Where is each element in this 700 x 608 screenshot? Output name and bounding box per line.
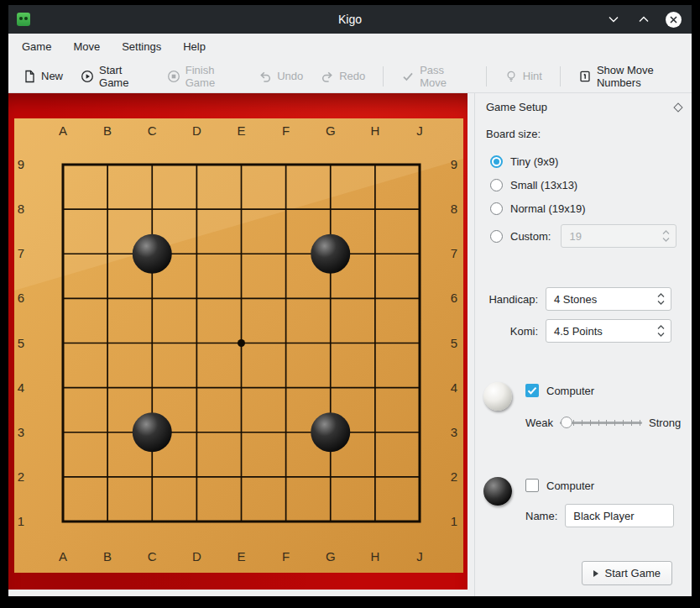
- komi-value: 4.5 Points: [554, 325, 603, 338]
- board-row-label: 7: [451, 246, 457, 260]
- finish-game-icon: [167, 70, 180, 83]
- game-setup-panel: Game Setup Board size: Tiny (9x9)Small (…: [474, 93, 692, 596]
- black-name-row: Name: Black Player: [525, 504, 674, 527]
- board-col-label: J: [416, 549, 423, 563]
- komi-combobox[interactable]: 4.5 Points: [546, 319, 671, 343]
- maximize-icon[interactable]: [635, 11, 652, 28]
- board-col-label: F: [282, 549, 290, 563]
- board-col-label: G: [326, 549, 336, 563]
- radio-unselected-icon[interactable]: [490, 179, 503, 191]
- start-row: Start Game: [475, 561, 692, 596]
- board-row-label: 6: [18, 291, 24, 305]
- black-stone-icon: [483, 477, 512, 506]
- board-area: AABBCCDDEEFFGGHHJJ998877665544332211: [8, 93, 468, 590]
- radio-label: Normal (19x19): [510, 202, 586, 215]
- panel-header: Game Setup: [475, 93, 692, 113]
- float-panel-icon[interactable]: [673, 102, 682, 112]
- go-board[interactable]: AABBCCDDEEFFGGHHJJ998877665544332211: [14, 118, 463, 573]
- show-move-numbers-button[interactable]: Show Move Numbers: [578, 64, 692, 89]
- slider-handle[interactable]: [561, 417, 572, 428]
- radio-unselected-icon[interactable]: [490, 202, 503, 215]
- show-move-numbers-icon: [578, 70, 592, 83]
- white-computer-checkbox[interactable]: [525, 384, 539, 397]
- board-row-label: 1: [18, 514, 24, 528]
- board-row-label: 6: [451, 291, 457, 305]
- toolbar-separator: [383, 66, 384, 86]
- toolbar-label: Redo: [339, 70, 365, 82]
- toolbar-label: Finish Game: [185, 64, 241, 89]
- board-row-label: 3: [451, 425, 457, 439]
- black-computer-checkbox[interactable]: [525, 479, 539, 492]
- finish-game-button[interactable]: Finish Game: [167, 64, 241, 89]
- undo-icon: [259, 70, 272, 83]
- white-computer-row: Computer: [525, 383, 681, 398]
- menu-item-move[interactable]: Move: [73, 40, 100, 53]
- black-computer-label: Computer: [546, 480, 594, 492]
- spinner-arrows-icon: [657, 325, 665, 337]
- stone-black-C3: [133, 412, 172, 452]
- board-size-option-2[interactable]: Normal (19x19): [490, 197, 692, 220]
- stone-black-C7: [133, 234, 172, 274]
- start-game-button[interactable]: Start Game: [582, 561, 672, 585]
- titlebar: Kigo: [8, 5, 692, 34]
- black-player-block: Computer Name: Black Player: [483, 477, 692, 527]
- board-col-label: D: [192, 123, 201, 138]
- board-col-label: B: [103, 549, 112, 563]
- radio-label: Custom:: [510, 230, 551, 243]
- board-row-label: 1: [451, 514, 457, 528]
- menu-bar: GameMoveSettingsHelp: [8, 34, 692, 60]
- komi-row: Komi: 4.5 Points: [475, 319, 671, 343]
- board-row-label: 2: [18, 469, 24, 484]
- board-col-label: C: [148, 123, 157, 138]
- window-title: Kigo: [8, 13, 692, 26]
- board-col-label: H: [370, 123, 379, 138]
- menu-item-game[interactable]: Game: [22, 40, 51, 53]
- handicap-label: Handicap:: [488, 293, 538, 306]
- board-col-label: E: [237, 549, 245, 563]
- board-row-label: 3: [18, 425, 24, 439]
- strength-row: Weak Strong: [525, 416, 681, 429]
- board-row-label: 2: [451, 469, 457, 484]
- hint-button[interactable]: Hint: [504, 70, 542, 83]
- black-computer-row: Computer: [525, 478, 674, 493]
- menu-item-settings[interactable]: Settings: [122, 40, 161, 53]
- start-game-button[interactable]: Start Game: [81, 64, 149, 89]
- pass-move-button[interactable]: Pass Move: [401, 64, 468, 89]
- redo-button[interactable]: Redo: [321, 70, 365, 83]
- redo-icon: [321, 70, 334, 83]
- spinner-arrows-icon: [657, 293, 665, 305]
- play-icon: [593, 570, 598, 577]
- star-point: [238, 339, 245, 347]
- board-size-option-3[interactable]: Custom:19: [490, 224, 692, 248]
- handicap-combobox[interactable]: 4 Stones: [546, 287, 671, 311]
- radio-label: Small (13x13): [510, 179, 577, 191]
- board-size-option-0[interactable]: Tiny (9x9): [490, 149, 692, 173]
- start-game-label: Start Game: [605, 567, 661, 579]
- new-button[interactable]: New: [23, 70, 63, 83]
- black-name-value: Black Player: [573, 510, 634, 522]
- board-row-label: 4: [18, 380, 24, 395]
- minimize-icon[interactable]: [605, 11, 622, 28]
- board-size-option-1[interactable]: Small (13x13): [490, 173, 692, 197]
- undo-button[interactable]: Undo: [259, 70, 303, 83]
- main-area: AABBCCDDEEFFGGHHJJ998877665544332211 Gam…: [8, 93, 692, 596]
- board-col-label: E: [237, 123, 245, 138]
- custom-size-spinbox[interactable]: 19: [561, 224, 676, 248]
- toolbar-label: Pass Move: [420, 64, 468, 89]
- white-computer-label: Computer: [546, 385, 594, 397]
- close-icon[interactable]: [666, 12, 682, 28]
- black-name-input[interactable]: Black Player: [565, 504, 674, 527]
- panel-title: Game Setup: [486, 101, 547, 113]
- board-col-label: A: [59, 549, 67, 563]
- strength-strong-label: Strong: [649, 417, 681, 429]
- radio-unselected-icon[interactable]: [490, 230, 503, 243]
- toolbar: NewStart GameFinish GameUndoRedoPass Mov…: [8, 60, 692, 93]
- radio-selected-icon[interactable]: [490, 155, 503, 168]
- toolbar-label: Show Move Numbers: [597, 64, 692, 89]
- menu-item-help[interactable]: Help: [183, 40, 206, 53]
- window-controls: [605, 11, 682, 28]
- board-col-label: G: [326, 123, 336, 138]
- toolbar-label: Start Game: [99, 64, 149, 89]
- strength-slider[interactable]: [560, 416, 642, 429]
- kigo-app-icon: [17, 13, 30, 26]
